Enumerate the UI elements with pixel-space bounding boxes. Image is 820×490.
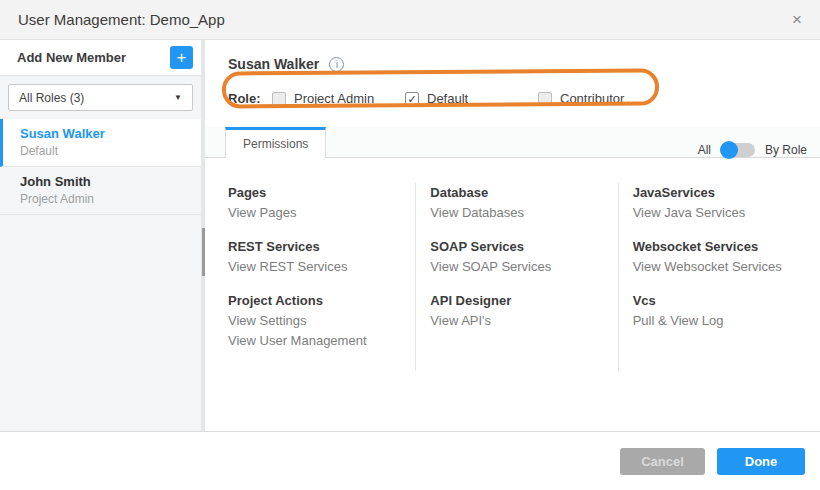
tab-permissions[interactable]: Permissions	[225, 127, 326, 158]
member-detail-panel: Susan Walker i Role: Project Admin ✓ Def…	[205, 40, 820, 431]
role-option-default: ✓ Default	[405, 91, 538, 106]
perm-group-project-actions: Project Actions View Settings View User …	[228, 291, 415, 351]
perm-group-javaservices: JavaServices View Java Services	[633, 183, 820, 223]
tab-strip: Permissions All By Role	[205, 127, 820, 158]
roles-filter-value: All Roles (3)	[19, 91, 84, 105]
role-option-label: Project Admin	[294, 91, 374, 106]
perm-item: View Pages	[228, 203, 415, 223]
perm-group-title: Database	[430, 183, 617, 203]
default-checkbox[interactable]: ✓	[405, 92, 419, 106]
close-icon[interactable]: ×	[792, 11, 802, 28]
roles-filter-wrap: All Roles (3) ▼	[0, 76, 201, 119]
role-option-project-admin: Project Admin	[272, 91, 405, 106]
roles-filter-select[interactable]: All Roles (3) ▼	[8, 84, 193, 111]
permissions-column-3: JavaServices View Java Services Websocke…	[618, 183, 820, 371]
member-role: Project Admin	[20, 192, 191, 206]
add-member-row: Add New Member +	[0, 40, 201, 76]
done-button[interactable]: Done	[717, 448, 805, 475]
perm-group-soap-services: SOAP Services View SOAP Services	[430, 237, 617, 277]
user-management-dialog: User Management: Demo_App × Add New Memb…	[0, 0, 820, 490]
perm-group-title: Websocket Services	[633, 237, 820, 257]
role-option-contributor: Contributor	[538, 91, 671, 106]
member-detail-name: Susan Walker	[228, 56, 319, 72]
chevron-down-icon: ▼	[174, 93, 182, 102]
role-option-label: Contributor	[560, 91, 624, 106]
toggle-knob	[720, 141, 738, 159]
contributor-checkbox[interactable]	[538, 92, 552, 106]
members-sidebar: Add New Member + All Roles (3) ▼ Susan W…	[0, 40, 205, 431]
perm-group-title: REST Services	[228, 237, 415, 257]
perm-item: View Websocket Services	[633, 257, 820, 277]
perm-group-title: Vcs	[633, 291, 820, 311]
member-role: Default	[20, 144, 191, 158]
role-row: Role: Project Admin ✓ Default Contributo…	[205, 72, 820, 106]
role-label: Role:	[228, 91, 272, 106]
perm-group-vcs: Vcs Pull & View Log	[633, 291, 820, 331]
perm-item: View REST Services	[228, 257, 415, 277]
member-name: Susan Walker	[20, 126, 191, 141]
perm-group-rest-services: REST Services View REST Services	[228, 237, 415, 277]
perm-group-title: SOAP Services	[430, 237, 617, 257]
perm-group-title: API Designer	[430, 291, 617, 311]
perm-item: View Java Services	[633, 203, 820, 223]
toggle-all-label: All	[698, 143, 711, 157]
member-name: John Smith	[20, 174, 191, 189]
toggle-byrole-label: By Role	[765, 143, 807, 157]
perm-item: View Settings	[228, 311, 415, 331]
dialog-body: Add New Member + All Roles (3) ▼ Susan W…	[0, 40, 820, 431]
permissions-scope-toggle-group: All By Role	[698, 143, 820, 157]
permissions-grid: Pages View Pages REST Services View REST…	[205, 183, 820, 371]
member-item-susan-walker[interactable]: Susan Walker Default	[0, 119, 201, 167]
perm-group-title: Pages	[228, 183, 415, 203]
perm-item: View SOAP Services	[430, 257, 617, 277]
permissions-column-1: Pages View Pages REST Services View REST…	[205, 183, 415, 371]
project-admin-checkbox[interactable]	[272, 92, 286, 106]
add-member-button[interactable]: +	[170, 46, 193, 69]
perm-item: Pull & View Log	[633, 311, 820, 331]
dialog-footer: Cancel Done	[0, 431, 820, 490]
perm-group-pages: Pages View Pages	[228, 183, 415, 223]
cancel-button[interactable]: Cancel	[620, 448, 705, 475]
dialog-header: User Management: Demo_App ×	[0, 0, 820, 40]
add-member-label: Add New Member	[17, 50, 126, 65]
perm-item: View Databases	[430, 203, 617, 223]
perm-group-api-designer: API Designer View API's	[430, 291, 617, 331]
dialog-title: User Management: Demo_App	[18, 11, 225, 28]
perm-group-title: JavaServices	[633, 183, 820, 203]
permissions-column-2: Database View Databases SOAP Services Vi…	[415, 183, 617, 371]
all-byrole-toggle[interactable]	[721, 143, 755, 157]
member-item-john-smith[interactable]: John Smith Project Admin	[0, 167, 201, 215]
perm-item: View User Management	[228, 331, 415, 351]
perm-item: View API's	[430, 311, 617, 331]
role-option-label: Default	[427, 91, 468, 106]
member-heading: Susan Walker i	[205, 40, 820, 72]
perm-group-websocket-services: Websocket Services View Websocket Servic…	[633, 237, 820, 277]
perm-group-title: Project Actions	[228, 291, 415, 311]
info-icon[interactable]: i	[329, 57, 344, 72]
perm-group-database: Database View Databases	[430, 183, 617, 223]
